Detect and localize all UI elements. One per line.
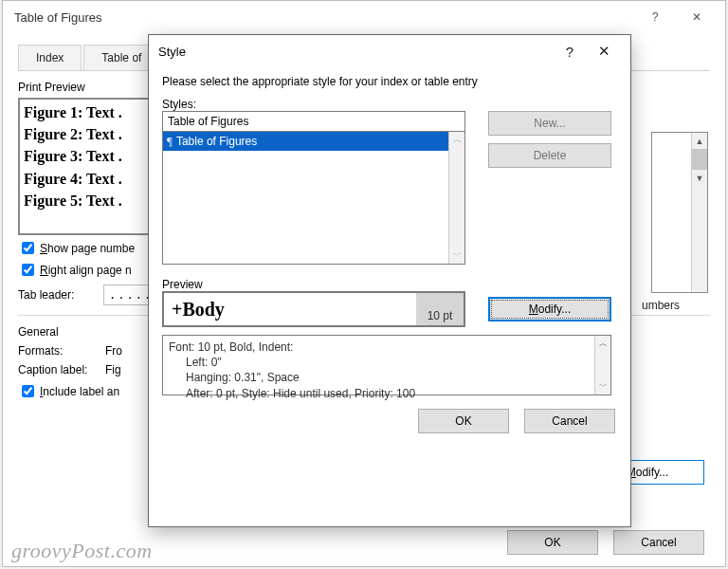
- close-icon[interactable]: ✕: [587, 38, 621, 64]
- style-dialog: Style ? ✕ Please select the appropriate …: [148, 34, 631, 527]
- watermark: groovyPost.com: [11, 539, 153, 563]
- help-icon[interactable]: ?: [553, 38, 587, 64]
- include-label-input[interactable]: [22, 385, 34, 397]
- style-side-buttons: New... Delete: [488, 111, 611, 168]
- desc-line: Hanging: 0.31", Space: [169, 370, 592, 385]
- caption-label-value[interactable]: Fig: [105, 363, 143, 376]
- scroll-down-icon[interactable]: ﹀: [595, 378, 610, 395]
- caption-label-label: Caption label:: [18, 363, 105, 376]
- style-preview-box: +Body 10 pt: [162, 291, 465, 327]
- desc-line: Font: 10 pt, Bold, Indent:: [169, 340, 592, 355]
- preview-label: Preview: [162, 278, 617, 291]
- right-align-label: Right align page n: [40, 264, 132, 277]
- back-ok-button[interactable]: OK: [507, 530, 598, 555]
- pilcrow-icon: ¶: [167, 134, 173, 149]
- show-page-numbers-input[interactable]: [22, 242, 34, 254]
- ok-button[interactable]: OK: [418, 409, 509, 433]
- delete-button[interactable]: Delete: [488, 143, 611, 168]
- cancel-button[interactable]: Cancel: [524, 409, 615, 433]
- styles-label: Styles:: [162, 98, 617, 111]
- new-button[interactable]: New...: [488, 111, 611, 136]
- include-label-label: Include label an: [40, 385, 119, 398]
- front-button-row: OK Cancel: [162, 409, 617, 433]
- scroll-up-icon[interactable]: ︿: [449, 132, 464, 148]
- prompt-text: Please select the appropriate style for …: [162, 75, 617, 88]
- scrollbar[interactable]: ︿ ﹀: [448, 132, 464, 264]
- scroll-thumb[interactable]: [692, 149, 707, 170]
- styles-item-selected[interactable]: ¶ Table of Figures: [163, 132, 464, 151]
- tab-leader-label: Tab leader:: [18, 288, 103, 302]
- scroll-up-icon[interactable]: ▲: [692, 133, 707, 149]
- styles-item-label: Table of Figures: [176, 135, 257, 148]
- styles-input[interactable]: Table of Figures: [162, 111, 465, 132]
- show-page-numbers-label: SShow page numbehow page numbe: [40, 242, 135, 255]
- modify-button[interactable]: Modify...: [488, 297, 611, 321]
- numbers-fragment: umbers: [642, 299, 680, 312]
- scroll-down-icon[interactable]: ▼: [692, 170, 707, 186]
- help-icon[interactable]: ?: [634, 4, 676, 30]
- front-dialog-body: Please select the appropriate style for …: [149, 67, 630, 443]
- formats-value[interactable]: Fro: [105, 344, 143, 358]
- scrollbar[interactable]: ︿ ﹀: [594, 336, 610, 395]
- tab-index[interactable]: Index: [18, 45, 82, 70]
- styles-list[interactable]: ¶ Table of Figures ︿ ﹀: [162, 132, 465, 265]
- preview-body-text: +Body: [164, 299, 225, 321]
- scrollbar[interactable]: ▲ ▼: [691, 133, 707, 292]
- back-dialog-title: Table of Figures: [10, 10, 634, 25]
- right-align-input[interactable]: [22, 264, 34, 276]
- close-icon[interactable]: ✕: [676, 4, 718, 30]
- scroll-down-icon[interactable]: ﹀: [449, 248, 464, 264]
- preview-pt-text: 10 pt: [416, 293, 464, 325]
- desc-line: After: 0 pt, Style: Hide until used, Pri…: [169, 386, 592, 401]
- styles-group: Table of Figures ¶ Table of Figures ︿ ﹀ …: [162, 111, 617, 265]
- back-titlebar: Table of Figures ? ✕: [3, 1, 725, 33]
- web-preview-box: ▲ ▼: [651, 132, 708, 293]
- front-dialog-title: Style: [158, 45, 553, 59]
- back-cancel-button[interactable]: Cancel: [613, 530, 704, 555]
- front-titlebar: Style ? ✕: [149, 35, 630, 67]
- scroll-up-icon[interactable]: ︿: [595, 336, 610, 352]
- style-description-box: Font: 10 pt, Bold, Indent: Left: 0" Hang…: [162, 335, 611, 395]
- desc-line: Left: 0": [169, 355, 592, 370]
- formats-label: Formats:: [18, 344, 105, 358]
